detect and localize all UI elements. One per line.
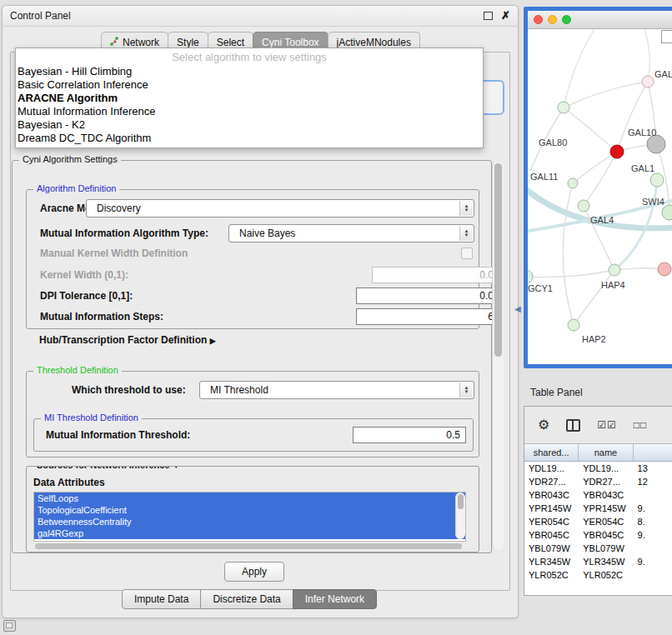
network-edge[interactable] — [563, 183, 574, 325]
settings-scrollbar-thumb[interactable] — [494, 163, 502, 357]
aracne-mode-combobox[interactable]: Discovery ▲▼ — [86, 199, 474, 218]
float-window-icon[interactable] — [484, 12, 493, 20]
mi-threshold-field[interactable] — [353, 427, 466, 443]
attributes-scrollbar-thumb[interactable] — [458, 494, 464, 509]
gear-icon[interactable]: ⚙ — [538, 418, 549, 432]
attributes-horizontal-scrollbar[interactable] — [35, 543, 462, 549]
table-cell: YDR27... — [579, 475, 633, 488]
apply-button[interactable]: Apply — [224, 562, 284, 582]
deselect-all-boxes-icon[interactable]: □□ — [634, 419, 648, 431]
attribute-list-item[interactable]: gal4RGexp — [34, 528, 465, 539]
network-node[interactable] — [662, 205, 672, 220]
network-node[interactable] — [568, 319, 579, 331]
table-row[interactable]: YLR052CYLR052C — [524, 568, 672, 582]
network-node-label: GAL80 — [539, 138, 567, 148]
algorithm-definition-legend: Algorithm Definition — [33, 183, 119, 193]
network-node[interactable] — [568, 178, 578, 188]
dpi-tolerance-label: DPI Tolerance [0,1]: — [40, 290, 133, 302]
network-edge[interactable] — [528, 270, 614, 278]
which-threshold-label: Which threshold to use: — [72, 384, 186, 396]
attributes-vertical-scrollbar[interactable] — [455, 492, 465, 539]
table-column-header[interactable]: shared... — [524, 444, 579, 461]
network-node[interactable] — [642, 76, 654, 88]
table-cell: 9. — [634, 555, 672, 568]
tab-label: jActiveMNodules — [337, 37, 411, 48]
network-graph: GAL80GAL10GAL1GAL11SWI4GAL4GCY1HAP4HAP2G… — [528, 29, 672, 365]
table-cell: YLR345W — [524, 555, 579, 568]
network-node-label: GAL4 — [590, 215, 614, 225]
bottom-tab-discretize-data[interactable]: Discretize Data — [200, 589, 293, 609]
network-edge[interactable] — [574, 270, 614, 325]
algorithm-option[interactable]: Bayesian - Hill Climbing — [16, 65, 483, 78]
table-cell: YER054C — [579, 515, 633, 528]
expand-triangle-icon: ▶ — [210, 337, 216, 345]
table-row[interactable]: YER054CYER054C8. — [524, 515, 672, 528]
network-edge[interactable] — [564, 29, 594, 108]
control-panel-title: Control Panel — [10, 10, 484, 22]
dpi-tolerance-field[interactable] — [356, 288, 499, 304]
network-edge[interactable] — [614, 268, 664, 270]
table-row[interactable]: YLR345WYLR345W9. — [524, 555, 672, 568]
network-node[interactable] — [558, 102, 569, 113]
network-edge[interactable] — [584, 152, 617, 206]
table-header-row: shared...name — [524, 443, 672, 462]
bottom-tab-impute-data[interactable]: Impute Data — [122, 589, 201, 609]
splitter-collapse-icon[interactable]: ◀ — [514, 304, 521, 313]
algorithm-option[interactable]: Dream8 DC_TDC Algorithm — [16, 132, 483, 145]
network-edge[interactable] — [564, 82, 648, 108]
table-row[interactable]: YDL19...YDL19...13 — [524, 462, 672, 475]
table-cell — [634, 542, 672, 555]
hub-definition-expander[interactable]: Hub/Transcription Factor Definition ▶ — [39, 334, 216, 346]
network-canvas[interactable]: GAL80GAL10GAL1GAL11SWI4GAL4GCY1HAP4HAP2G… — [528, 29, 672, 365]
table-row[interactable]: YBL079WYBL079W — [524, 542, 672, 555]
zoom-traffic-icon[interactable] — [562, 15, 571, 24]
table-row[interactable]: YBR043CYBR043C — [524, 488, 672, 502]
attribute-list-item[interactable]: TopologicalCoefficient — [34, 504, 465, 516]
algorithm-option[interactable]: ARACNE Algorithm — [16, 92, 483, 105]
algorithm-option[interactable]: Mutual Information Inference — [16, 105, 483, 118]
network-node[interactable] — [609, 264, 620, 276]
table-row[interactable]: YPR145WYPR145W9. — [524, 502, 672, 515]
bottom-tab-infer-network[interactable]: Infer Network — [293, 589, 377, 609]
settings-vertical-scrollbar[interactable] — [492, 162, 504, 550]
table-panel-title: Table Panel — [530, 387, 583, 398]
network-node[interactable] — [528, 270, 533, 283]
network-edge[interactable] — [617, 82, 648, 152]
table-row[interactable]: YDR27...YDR27...12 — [524, 475, 672, 488]
mi-threshold-group: MI Threshold Definition Mutual Informati… — [33, 418, 474, 452]
network-node[interactable] — [647, 135, 665, 153]
network-edge[interactable] — [573, 152, 617, 183]
minimize-traffic-icon[interactable] — [548, 15, 557, 24]
close-traffic-icon[interactable] — [534, 15, 543, 24]
manual-kernel-checkbox[interactable] — [461, 248, 473, 259]
network-view-window: GAL80GAL10GAL1GAL11SWI4GAL4GCY1HAP4HAP2G… — [524, 7, 672, 368]
attribute-list-item[interactable]: BetweennessCentrality — [34, 516, 465, 528]
table-column-header[interactable] — [634, 444, 672, 461]
table-cell: YLR345W — [579, 555, 633, 568]
mi-type-combobox[interactable]: Naive Bayes ▲▼ — [228, 224, 474, 242]
which-threshold-combobox[interactable]: MI Threshold ▲▼ — [199, 381, 474, 399]
window-restore-icon[interactable] — [3, 620, 16, 632]
table-column-header[interactable]: name — [579, 444, 633, 461]
attribute-list-item[interactable]: SelfLoops — [34, 492, 465, 504]
table-row[interactable]: YBR045CYBR045C9. — [524, 528, 672, 542]
algorithm-option[interactable]: Basic Correlation Inference — [16, 78, 483, 92]
select-all-checks-icon[interactable]: ☑☑ — [597, 419, 617, 431]
algorithm-option[interactable]: Bayesian - K2 — [16, 118, 483, 132]
mi-steps-field[interactable] — [356, 308, 499, 325]
algorithm-dropdown-popup: Select algorithm to view settings Bayesi… — [15, 48, 484, 148]
network-edge[interactable] — [644, 29, 649, 82]
network-node[interactable] — [658, 262, 671, 276]
network-node-label: GAL1 — [631, 163, 654, 173]
kernel-width-field[interactable] — [372, 267, 499, 283]
table-cell: YDL19... — [524, 462, 579, 475]
network-node[interactable] — [650, 173, 664, 187]
network-node[interactable] — [610, 145, 624, 158]
threshold-definition-group: Threshold Definition Which threshold to … — [26, 371, 479, 458]
close-icon[interactable]: ✗ — [501, 11, 510, 21]
network-node[interactable] — [578, 200, 589, 212]
network-edge[interactable] — [564, 108, 617, 152]
sources-legend[interactable]: Sources for Network Inference ▼ — [33, 466, 183, 470]
columns-icon[interactable] — [566, 419, 580, 432]
mi-steps-label: Mutual Information Steps: — [40, 311, 163, 322]
